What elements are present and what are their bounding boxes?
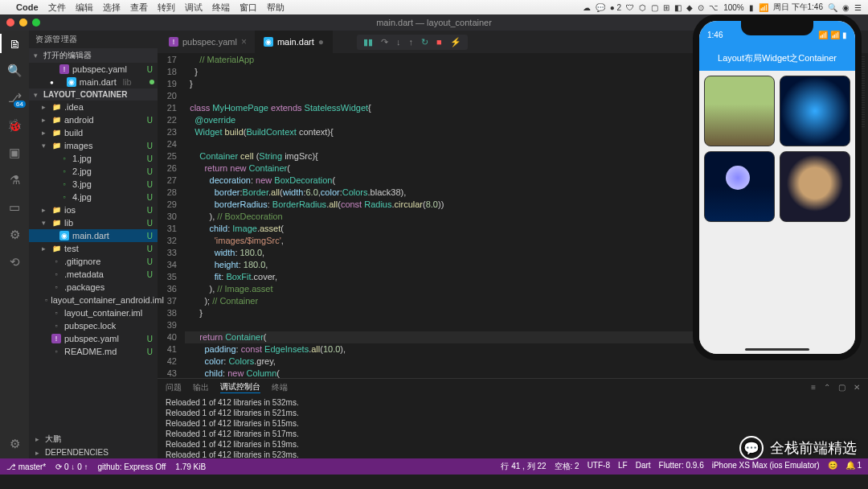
clock[interactable]: 周日 下午1:46 [773, 2, 823, 13]
siri-icon[interactable]: ◉ [842, 3, 850, 12]
tree-item[interactable]: ▫layout_container_android.iml [29, 294, 158, 306]
tree-item[interactable]: ▸📁testU [29, 242, 158, 255]
tree-item[interactable]: !pubspec.yamlU [29, 63, 158, 76]
panel-tab[interactable]: 终端 [272, 382, 288, 393]
spotlight-icon[interactable]: 🔍 [828, 3, 837, 12]
panel-maximize-icon[interactable]: ⌃ [824, 383, 830, 392]
tree-item[interactable]: ▸📁build [29, 126, 158, 139]
tree-item[interactable]: ▸📁.idea [29, 101, 158, 113]
menu-item[interactable]: 查看 [130, 2, 148, 12]
menubar-icon[interactable]: ◆ [686, 3, 693, 12]
status-item[interactable]: Flutter: 0.9.6 [659, 461, 704, 472]
menubar-right: ☁ 💬 ● 2 🛡 ⬡ ▢ ⊞ ◧ ◆ ⊙ ⌥ 100% ▮ 📶 周日 下午1:… [583, 2, 862, 13]
status-item[interactable]: UTF-8 [588, 461, 610, 472]
tree-item[interactable]: ▫3.jpgU [29, 178, 158, 191]
panel-close-icon[interactable]: ✕ [854, 383, 860, 392]
menu-item[interactable]: 文件 [48, 2, 66, 12]
status-item[interactable]: ⟳ 0 ↓ 0 ↑ [55, 462, 88, 471]
tree-item[interactable]: ▫.packages [29, 281, 158, 294]
menu-item[interactable]: 终端 [212, 2, 230, 12]
menubar-icon[interactable]: 🛡 [626, 3, 634, 12]
debug-pause-icon[interactable]: ▮▮ [363, 37, 373, 47]
tree-item[interactable]: ▸📁androidU [29, 113, 158, 126]
tree-item[interactable]: ▫1.jpgU [29, 152, 158, 165]
tree-item[interactable]: ▫4.jpgU [29, 191, 158, 203]
status-item[interactable]: 😊 [828, 461, 837, 472]
menu-item[interactable]: 选择 [103, 2, 121, 12]
settings-icon[interactable]: ⚙ [6, 436, 23, 452]
status-item[interactable]: ⎇ master* [6, 462, 46, 471]
menubar-icon[interactable]: ⊞ [663, 3, 669, 12]
menubar-icon[interactable]: ☁ [583, 3, 591, 12]
menu-item[interactable]: 转到 [158, 2, 175, 12]
explorer-icon[interactable]: 🗎 [6, 35, 23, 51]
source-control-icon[interactable]: ⎇64 [6, 90, 23, 106]
tree-item[interactable]: !pubspec.yamlU [29, 332, 158, 345]
wifi-icon[interactable]: 📶 [759, 3, 768, 12]
minimize-window-button[interactable] [19, 18, 27, 27]
outline-section[interactable]: ▸大鹏 [29, 432, 158, 446]
tree-item[interactable]: ▸📁iosU [29, 203, 158, 216]
live-share-icon[interactable]: ⟲ [6, 254, 23, 270]
menu-item[interactable]: 编辑 [76, 2, 93, 12]
search-icon[interactable]: 🔍 [6, 63, 23, 79]
close-window-button[interactable] [6, 18, 14, 27]
status-item[interactable]: 行 41 , 列 22 [501, 461, 546, 472]
maximize-window-button[interactable] [32, 18, 40, 27]
debug-stop-icon[interactable]: ■ [436, 37, 442, 47]
menubar-icon[interactable]: ◧ [674, 3, 682, 12]
debug-step-into-icon[interactable]: ↓ [396, 37, 401, 47]
docker-icon[interactable]: ▭ [6, 199, 23, 216]
extensions-icon[interactable]: ▣ [6, 145, 23, 161]
panel-filter-icon[interactable]: ≡ [811, 383, 816, 392]
close-tab-icon[interactable]: × [241, 36, 247, 47]
dirty-icon[interactable]: ● [318, 36, 324, 47]
editor-tab[interactable]: !pubspec.yaml× [161, 31, 256, 53]
debug-restart-icon[interactable]: ↻ [421, 37, 428, 47]
open-editors-section[interactable]: ▾打开的编辑器 [29, 48, 158, 63]
status-item[interactable]: Dart [636, 461, 651, 472]
menubar-icon[interactable]: ⊙ [698, 3, 704, 12]
menubar-icon[interactable]: 💬 [596, 3, 605, 12]
remote-icon[interactable]: ⚙ [6, 227, 23, 243]
app-name[interactable]: Code [16, 2, 39, 12]
status-item[interactable]: iPhone XS Max (ios Emulator) [712, 461, 820, 472]
debug-step-out-icon[interactable]: ↑ [409, 37, 414, 47]
menubar-icon[interactable]: ⬡ [639, 3, 646, 12]
tree-item[interactable]: ▫README.mdU [29, 345, 158, 358]
debug-hot-reload-icon[interactable]: ⚡ [450, 37, 461, 47]
tree-item[interactable]: ▫2.jpgU [29, 165, 158, 178]
notifications-icon[interactable]: ☰ [854, 3, 862, 12]
status-item[interactable]: LF [618, 461, 628, 472]
tree-item[interactable]: ▫pubspec.lock [29, 319, 158, 332]
tree-item[interactable]: ▫.metadataU [29, 268, 158, 281]
panel-tab[interactable]: 问题 [166, 382, 182, 393]
menubar-icon[interactable]: ▢ [651, 3, 658, 12]
editor-tab[interactable]: ◉main.dart● [256, 31, 333, 53]
menubar-icon[interactable]: ⌥ [709, 3, 719, 12]
test-icon[interactable]: ⚗ [6, 172, 23, 188]
panel-clear-icon[interactable]: ▢ [838, 383, 845, 392]
menubar-icon[interactable]: ● 2 [610, 3, 621, 12]
ios-simulator[interactable]: 1:46📶 📶 ▮ Layout布局Widget之Container [693, 14, 862, 360]
menu-item[interactable]: 窗口 [240, 2, 257, 12]
status-item[interactable]: 空格: 2 [555, 461, 579, 472]
status-item[interactable]: 🔔 1 [845, 461, 862, 472]
status-item[interactable]: github: Express Off [97, 462, 166, 471]
panel-tab[interactable]: 调试控制台 [220, 381, 260, 393]
debug-icon[interactable]: 🐞 [6, 117, 23, 134]
panel-tab[interactable]: 输出 [193, 382, 209, 393]
project-header[interactable]: ▾LAYOUT_CONTAINER [29, 88, 158, 101]
debug-step-over-icon[interactable]: ↷ [381, 37, 388, 47]
home-indicator[interactable] [745, 348, 809, 351]
tree-item[interactable]: ◉main.dartU [29, 229, 158, 242]
tree-item[interactable]: ▾📁libU [29, 216, 158, 229]
tree-item[interactable]: ▫layout_container.iml [29, 306, 158, 319]
dependencies-section[interactable]: ▸DEPENDENCIES [29, 446, 158, 458]
status-item[interactable]: 1.79 KiB [175, 462, 206, 471]
tree-item[interactable]: ●◉main.dartlib [29, 76, 158, 88]
menu-item[interactable]: 调试 [185, 2, 203, 12]
menu-item[interactable]: 帮助 [267, 2, 285, 12]
tree-item[interactable]: ▫.gitignoreU [29, 255, 158, 268]
tree-item[interactable]: ▾📁imagesU [29, 139, 158, 152]
